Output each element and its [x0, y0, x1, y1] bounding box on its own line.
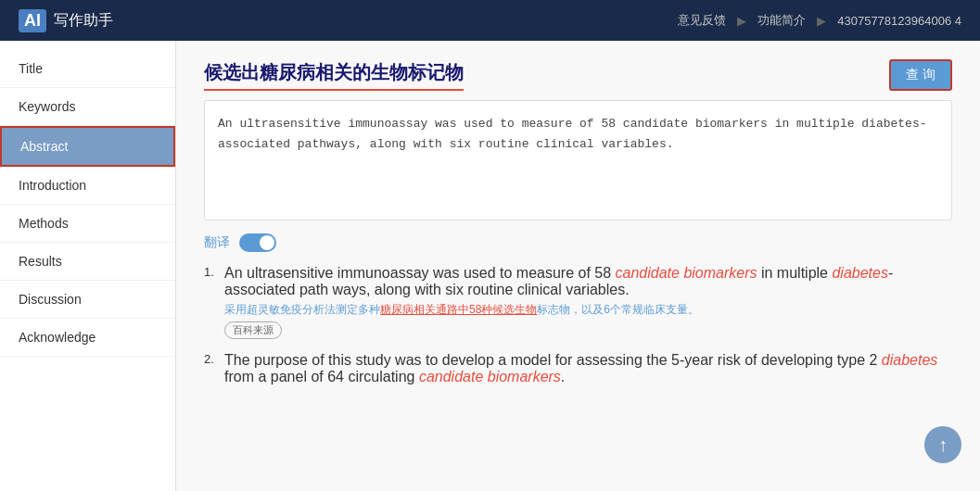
result-1-source-badge: 百科来源 — [224, 318, 952, 339]
result-1-zh-highlight-1: 糖尿病相关通路中58种 — [380, 303, 492, 316]
abstract-text: An ultrasensitive immunoassay was used t… — [218, 117, 927, 151]
paper-title: 候选出糖尿病相关的生物标记物 — [204, 60, 464, 91]
sidebar-item-title[interactable]: Title — [0, 50, 175, 88]
phone-number: 43075778123964006 4 — [837, 14, 961, 28]
result-1-content: An ultrasensitive immunoassay was used t… — [224, 265, 952, 339]
sidebar-item-keywords[interactable]: Keywords — [0, 88, 175, 126]
sidebar-item-discussion[interactable]: Discussion — [0, 281, 175, 319]
result-1-zh-pre: 采用超灵敏免疫分析法测定多种 — [224, 303, 380, 316]
result-1-zh: 采用超灵敏免疫分析法测定多种糖尿病相关通路中58种候选生物标志物，以及6个常规临… — [224, 302, 952, 318]
result-1-en: An ultrasensitive immunoassay was used t… — [224, 265, 952, 298]
result-1-highlight-1: candidate biomarkers — [616, 265, 757, 281]
result-2-content: The purpose of this study was to develop… — [224, 352, 952, 389]
sidebar-item-acknowledge[interactable]: Acknowledge — [0, 319, 175, 357]
logo: AI 写作助手 — [19, 9, 113, 32]
features-link[interactable]: 功能简介 — [757, 12, 806, 29]
result-2-en-end: . — [561, 369, 565, 384]
content-header: 候选出糖尿病相关的生物标记物 查 询 — [204, 59, 952, 91]
source-label: 百科来源 — [224, 321, 282, 339]
abstract-textarea[interactable]: An ultrasensitive immunoassay was used t… — [204, 100, 952, 220]
result-1-zh-post: 标志物，以及6个常规临床支量。 — [537, 303, 699, 316]
result-num-1: 1. — [204, 265, 219, 339]
result-2-highlight-1: diabetes — [882, 352, 938, 368]
result-2-en: The purpose of this study was to develop… — [224, 352, 952, 385]
scroll-up-button[interactable]: ↑ — [924, 426, 961, 463]
result-num-2: 2. — [204, 352, 219, 389]
result-1-zh-highlight-2: 候选生物 — [492, 303, 537, 316]
result-item-2: 2. The purpose of this study was to deve… — [204, 352, 952, 389]
sidebar: Title Keywords Abstract Introduction Met… — [0, 41, 176, 491]
nav-divider-2: ▶ — [817, 14, 826, 28]
sidebar-item-results[interactable]: Results — [0, 243, 175, 281]
translate-row: 翻译 — [204, 233, 952, 252]
result-2-en-post: from a panel of 64 circulating — [224, 369, 419, 384]
result-2-highlight-2: candidate biomarkers — [419, 369, 561, 384]
translate-toggle[interactable] — [239, 233, 276, 252]
feedback-link[interactable]: 意见反馈 — [678, 12, 726, 29]
result-item-1: 1. An ultrasensitive immunoassay was use… — [204, 265, 952, 339]
result-1-en-mid: in multiple — [757, 265, 833, 281]
translate-label: 翻译 — [204, 234, 230, 251]
header-nav: 意见反馈 ▶ 功能简介 ▶ 43075778123964006 4 — [678, 12, 961, 29]
header: AI 写作助手 意见反馈 ▶ 功能简介 ▶ 43075778123964006 … — [0, 0, 980, 41]
content-area: 候选出糖尿病相关的生物标记物 查 询 An ultrasensitive imm… — [176, 41, 980, 491]
result-1-en-pre: An ultrasensitive immunoassay was used t… — [224, 265, 616, 281]
nav-divider-1: ▶ — [737, 14, 746, 28]
logo-icon: AI — [19, 9, 46, 32]
sidebar-item-methods[interactable]: Methods — [0, 205, 175, 243]
main-layout: Title Keywords Abstract Introduction Met… — [0, 41, 980, 491]
query-button[interactable]: 查 询 — [889, 59, 952, 91]
sidebar-item-abstract[interactable]: Abstract — [0, 126, 175, 167]
logo-text: 写作助手 — [54, 11, 113, 31]
sidebar-item-introduction[interactable]: Introduction — [0, 167, 175, 205]
result-1-highlight-2: diabetes — [832, 265, 888, 281]
result-2-en-pre: The purpose of this study was to develop… — [224, 352, 882, 368]
